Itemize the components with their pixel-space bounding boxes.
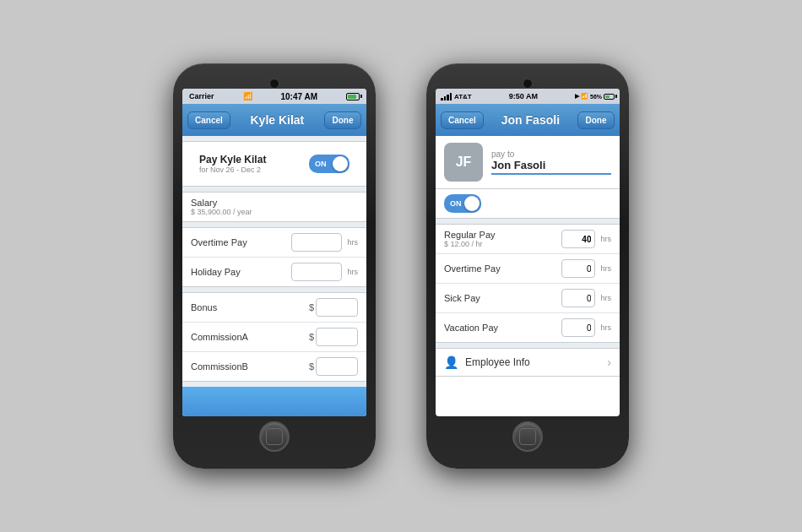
pay-rows-section: Regular Pay $ 12.00 / hr hrs Overtime Pa… <box>436 224 620 343</box>
carrier-2: AT&T <box>454 93 472 100</box>
toggle-label-2: ON <box>450 199 462 208</box>
battery-1 <box>346 93 360 100</box>
vacation-pay-row: Vacation Pay hrs <box>436 313 620 342</box>
nav-bar-2: Cancel Jon Fasoli Done <box>436 104 620 136</box>
toggle-block-2: ON <box>436 189 620 219</box>
pay-to-label: pay to <box>491 149 611 159</box>
commission-b-dollar: $ <box>309 361 314 372</box>
pay-to-divider <box>491 173 611 175</box>
overtime-label-1: Overtime Pay <box>191 237 247 247</box>
signal-bars <box>441 92 452 100</box>
salary-label: Salary <box>191 198 252 208</box>
overtime-label-2: Overtime Pay <box>444 263 501 274</box>
bonus-row: Bonus $ <box>182 293 366 323</box>
holiday-input[interactable] <box>291 263 342 281</box>
done-button-1[interactable]: Done <box>324 111 361 129</box>
status-icons-2: ▶ 📶 56% <box>575 93 615 100</box>
sick-pay-input[interactable] <box>561 289 595 307</box>
pay-subtitle-1: for Nov 26 - Dec 2 <box>199 166 266 174</box>
home-button-inner-2 <box>519 428 536 445</box>
status-bar-1: Carrier 📶 10:47 AM <box>182 89 366 104</box>
blue-bg-1 <box>182 387 366 416</box>
overtime-input-1[interactable] <box>291 233 342 252</box>
commission-a-dollar: $ <box>309 332 314 342</box>
nav-title-1: Kyle Kilat <box>230 113 324 127</box>
phone-2-screen: AT&T 9:50 AM ▶ 📶 56% Cancel Jon Fasoli D… <box>436 89 620 416</box>
bonus-dollar: $ <box>309 302 314 312</box>
commission-a-input[interactable] <box>316 328 358 346</box>
bonus-input[interactable] <box>316 298 358 317</box>
sick-pay-row: Sick Pay hrs <box>436 284 620 313</box>
commission-b-row: CommissionB $ <box>182 352 366 381</box>
time-2: 9:50 AM <box>509 92 538 100</box>
toggle-knob-1 <box>333 156 348 171</box>
content-1: Pay Kyle Kilat for Nov 26 - Dec 2 ON Sal… <box>182 136 366 416</box>
phone-1-screen: Carrier 📶 10:47 AM Cancel Kyle Kilat Don… <box>182 89 366 416</box>
pay-to-info: pay to Jon Fasoli <box>491 149 611 175</box>
bonus-section: Bonus $ CommissionA $ <box>182 292 366 382</box>
regular-pay-input[interactable] <box>561 230 595 248</box>
overtime-input-2[interactable] <box>561 259 595 278</box>
carrier-1: Carrier <box>189 92 214 100</box>
pay-to-block: JF pay to Jon Fasoli <box>436 136 620 189</box>
home-button-1[interactable] <box>259 421 290 452</box>
regular-pay-sublabel: $ 12.00 / hr <box>444 240 496 248</box>
employee-info-row[interactable]: 👤 Employee Info › <box>436 348 620 377</box>
pay-header-row: Pay Kyle Kilat for Nov 26 - Dec 2 ON <box>191 149 358 179</box>
toggle-knob-2 <box>464 196 480 211</box>
hours-section: Overtime Pay hrs Holiday Pay hrs <box>182 227 366 287</box>
vacation-pay-input[interactable] <box>561 318 595 337</box>
avatar: JF <box>444 143 483 182</box>
overtime-row-2: Overtime Pay hrs <box>436 254 620 284</box>
cancel-button-1[interactable]: Cancel <box>187 111 230 129</box>
vacation-pay-label: Vacation Pay <box>444 323 498 333</box>
employee-info-icon: 👤 <box>444 356 458 369</box>
battery-pct-2: 56% <box>590 94 602 100</box>
holiday-label: Holiday Pay <box>191 267 241 277</box>
wifi-icon-1: 📶 <box>243 92 252 100</box>
content-2: JF pay to Jon Fasoli ON <box>436 136 620 377</box>
sick-pay-label: Sick Pay <box>444 293 480 303</box>
commission-b-input[interactable] <box>316 357 358 376</box>
nav-bar-1: Cancel Kyle Kilat Done <box>182 104 366 136</box>
pay-to-name: Jon Fasoli <box>491 159 611 171</box>
commission-a-label: CommissionA <box>191 332 248 342</box>
done-button-2[interactable]: Done <box>577 111 615 129</box>
holiday-row: Holiday Pay hrs <box>182 258 366 286</box>
regular-pay-row: Regular Pay $ 12.00 / hr hrs <box>436 225 620 254</box>
regular-pay-label: Regular Pay <box>444 230 496 240</box>
home-button-inner-1 <box>266 428 283 445</box>
holiday-unit: hrs <box>347 268 358 276</box>
time-1: 10:47 AM <box>280 92 317 101</box>
overtime-unit-1: hrs <box>347 238 358 247</box>
commission-a-row: CommissionA $ <box>182 323 366 352</box>
salary-row: Salary $ 35,900.00 / year <box>182 193 366 221</box>
pay-header-1: Pay Kyle Kilat for Nov 26 - Dec 2 ON <box>182 141 366 187</box>
chevron-right-icon: › <box>607 356 611 369</box>
wifi-icon-2: 📶 <box>581 93 588 100</box>
scene: Carrier 📶 10:47 AM Cancel Kyle Kilat Don… <box>173 63 629 469</box>
pay-title-1: Pay Kyle Kilat <box>199 154 266 166</box>
phone-2: AT&T 9:50 AM ▶ 📶 56% Cancel Jon Fasoli D… <box>426 63 629 469</box>
location-icon: ▶ <box>575 93 579 100</box>
overtime-row-1: Overtime Pay hrs <box>182 228 366 258</box>
bonus-label: Bonus <box>191 302 217 312</box>
overtime-unit-2: hrs <box>600 264 611 273</box>
toggle-2[interactable]: ON <box>444 194 481 213</box>
toggle-label-1: ON <box>315 160 327 168</box>
home-button-2[interactable] <box>512 421 543 452</box>
sick-pay-unit: hrs <box>600 294 611 302</box>
commission-b-label: CommissionB <box>191 361 248 372</box>
phone-1: Carrier 📶 10:47 AM Cancel Kyle Kilat Don… <box>173 63 376 469</box>
employee-info-label: Employee Info <box>465 356 607 368</box>
salary-value: $ 35,900.00 / year <box>191 208 252 216</box>
regular-pay-unit: hrs <box>600 235 611 243</box>
nav-title-2: Jon Fasoli <box>484 113 577 127</box>
status-bar-2: AT&T 9:50 AM ▶ 📶 56% <box>436 89 620 104</box>
toggle-1[interactable]: ON <box>309 155 350 173</box>
vacation-pay-unit: hrs <box>600 323 611 332</box>
salary-section: Salary $ 35,900.00 / year <box>182 192 366 222</box>
cancel-button-2[interactable]: Cancel <box>441 111 484 129</box>
